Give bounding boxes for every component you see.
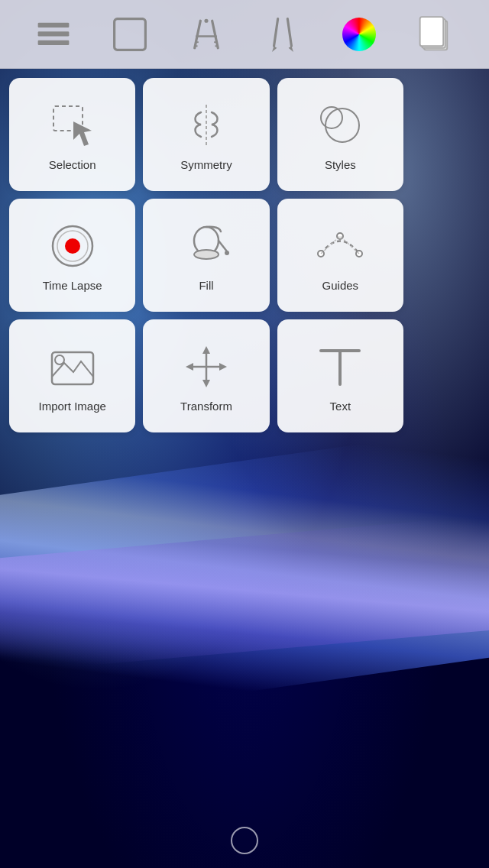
fill-item[interactable]: Fill xyxy=(143,199,269,312)
svg-point-11 xyxy=(204,18,208,22)
svg-point-30 xyxy=(225,251,229,255)
transform-label: Transform xyxy=(180,400,232,413)
colors-button[interactable] xyxy=(338,13,381,56)
adjustments-button[interactable] xyxy=(185,13,228,56)
styles-item[interactable]: Styles xyxy=(277,78,403,191)
transform-item[interactable]: Transform xyxy=(143,319,269,432)
fill-icon xyxy=(180,219,233,273)
selection-label: Selection xyxy=(49,158,96,171)
svg-line-14 xyxy=(287,18,291,46)
svg-point-37 xyxy=(55,355,64,364)
selection-icon xyxy=(46,99,99,152)
guides-item[interactable]: Guides xyxy=(277,199,403,312)
brushes-button[interactable] xyxy=(261,13,304,56)
svg-point-22 xyxy=(325,108,359,142)
fill-label: Fill xyxy=(199,279,213,292)
text-label: Text xyxy=(330,400,351,413)
timelapse-icon xyxy=(46,219,99,273)
svg-marker-15 xyxy=(289,46,293,52)
grid-panel: Selection Symmetry Styles xyxy=(0,69,413,442)
svg-point-28 xyxy=(194,250,219,259)
importimage-icon xyxy=(46,340,99,394)
toolbar xyxy=(0,0,489,69)
svg-marker-40 xyxy=(202,380,210,387)
svg-rect-0 xyxy=(38,22,70,27)
layers-button[interactable] xyxy=(32,13,75,56)
guides-label: Guides xyxy=(322,279,359,292)
svg-line-12 xyxy=(274,18,278,46)
symmetry-icon xyxy=(180,99,233,152)
text-icon xyxy=(313,340,367,394)
svg-point-23 xyxy=(321,107,342,128)
svg-rect-2 xyxy=(38,40,70,44)
symmetry-label: Symmetry xyxy=(180,158,232,171)
svg-marker-38 xyxy=(202,346,210,354)
svg-marker-13 xyxy=(272,46,277,52)
styles-icon xyxy=(313,99,367,152)
svg-rect-3 xyxy=(115,18,146,50)
pages-button[interactable] xyxy=(414,13,457,56)
canvas-button[interactable] xyxy=(108,13,151,56)
importimage-label: Import Image xyxy=(38,400,105,413)
svg-line-4 xyxy=(195,21,201,48)
timelapse-label: Time Lapse xyxy=(43,279,102,292)
selection-item[interactable]: Selection xyxy=(9,78,135,191)
guides-icon xyxy=(313,219,367,273)
svg-point-26 xyxy=(65,238,80,254)
svg-marker-43 xyxy=(219,363,227,371)
text-item[interactable]: Text xyxy=(277,319,403,432)
svg-line-29 xyxy=(219,241,227,251)
timelapse-item[interactable]: Time Lapse xyxy=(9,199,135,312)
svg-rect-18 xyxy=(420,17,444,46)
svg-line-5 xyxy=(212,21,219,48)
svg-marker-41 xyxy=(186,363,193,371)
styles-label: Styles xyxy=(325,158,356,171)
home-indicator[interactable] xyxy=(231,827,258,854)
importimage-item[interactable]: Import Image xyxy=(9,319,135,432)
color-wheel-icon xyxy=(342,18,376,51)
svg-rect-1 xyxy=(38,31,70,36)
symmetry-item[interactable]: Symmetry xyxy=(143,78,269,191)
transform-icon xyxy=(180,340,233,394)
svg-marker-20 xyxy=(73,121,92,146)
